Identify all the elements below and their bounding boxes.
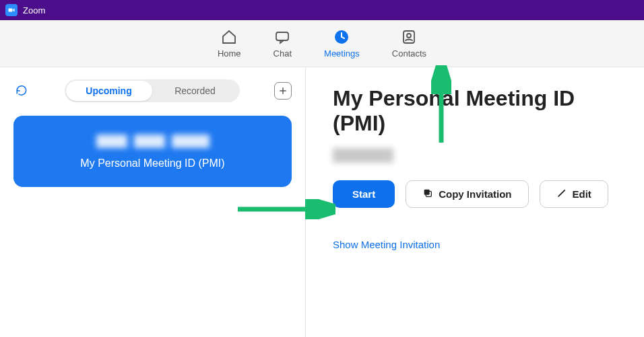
svg-rect-3 [404, 31, 414, 43]
clock-icon [333, 28, 350, 46]
app-title: Zoom [23, 5, 45, 15]
meeting-title: My Personal Meeting ID (PMI) [333, 86, 624, 136]
nav-contacts[interactable]: Contacts [392, 28, 426, 59]
zoom-logo-icon [5, 4, 18, 16]
meeting-detail-panel: My Personal Meeting ID (PMI) Start Copy … [306, 67, 644, 337]
copy-invitation-label: Copy Invitation [439, 188, 511, 200]
meeting-id-redacted [333, 148, 393, 163]
tab-upcoming[interactable]: Upcoming [66, 81, 152, 101]
meetings-filter-toggle: Upcoming Recorded [65, 79, 240, 102]
refresh-button[interactable] [13, 83, 30, 99]
nav-chat[interactable]: Chat [273, 28, 292, 59]
meetings-sidebar: Upcoming Recorded My Personal Meeting ID… [0, 67, 306, 337]
main-navbar: Home Chat Meetings Contacts [0, 20, 644, 67]
pmi-card-label: My Personal Meeting ID (PMI) [27, 157, 278, 170]
nav-meetings-label: Meetings [324, 48, 360, 59]
pencil-icon [556, 188, 567, 200]
svg-rect-0 [9, 9, 13, 12]
show-invitation-link[interactable]: Show Meeting Invitation [333, 239, 440, 250]
svg-rect-6 [424, 190, 430, 195]
start-button[interactable]: Start [333, 180, 395, 208]
pmi-card[interactable]: My Personal Meeting ID (PMI) [13, 116, 292, 187]
add-meeting-button[interactable] [274, 82, 292, 100]
copy-icon [422, 188, 433, 200]
window-titlebar: Zoom [0, 0, 644, 20]
edit-label: Edit [573, 188, 591, 200]
nav-contacts-label: Contacts [392, 48, 426, 59]
nav-meetings[interactable]: Meetings [324, 28, 360, 59]
contacts-icon [400, 28, 418, 46]
edit-button[interactable]: Edit [540, 180, 608, 208]
nav-chat-label: Chat [273, 48, 292, 59]
tab-recorded[interactable]: Recorded [152, 81, 238, 101]
nav-home[interactable]: Home [218, 28, 241, 59]
pmi-id-redacted [96, 135, 210, 148]
svg-point-4 [407, 34, 411, 38]
copy-invitation-button[interactable]: Copy Invitation [406, 180, 528, 208]
nav-home-label: Home [218, 48, 241, 59]
home-icon [220, 28, 238, 46]
svg-rect-1 [276, 32, 288, 40]
chat-icon [273, 28, 291, 46]
